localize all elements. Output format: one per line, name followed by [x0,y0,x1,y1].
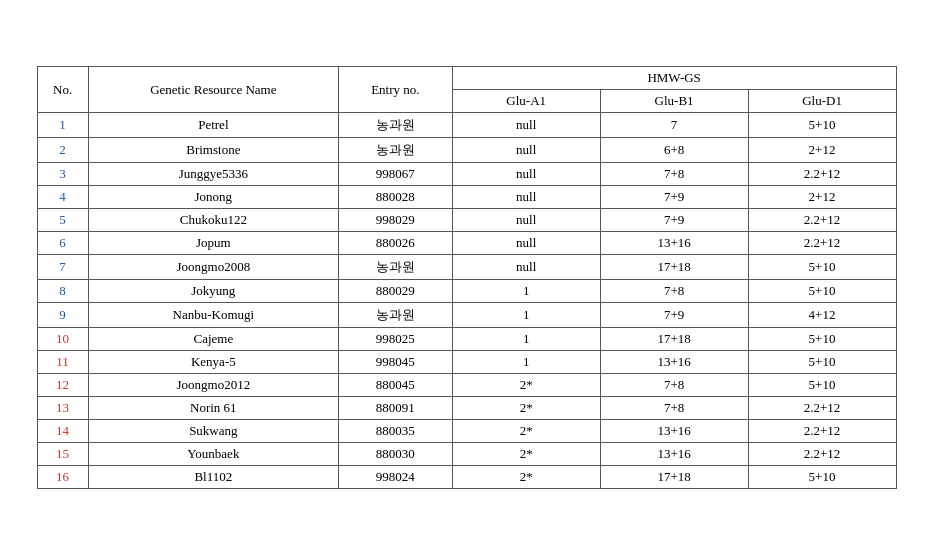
cell-gluB1: 7+8 [600,397,748,420]
col-header-hmwgs: HMW-GS [452,67,896,90]
cell-gluB1: 17+18 [600,328,748,351]
cell-gluD1: 5+10 [748,280,896,303]
cell-gluB1: 7+8 [600,163,748,186]
data-table: No. Genetic Resource Name Entry no. HMW-… [37,66,897,489]
cell-name: Cajeme [88,328,338,351]
cell-entry: 농과원 [338,138,452,163]
cell-gluB1: 13+16 [600,232,748,255]
cell-gluA1: null [452,163,600,186]
cell-entry: 880028 [338,186,452,209]
table-row: 12Joongmo20128800452*7+85+10 [37,374,896,397]
col-header-gluB1: Glu-B1 [600,90,748,113]
cell-name: Sukwang [88,420,338,443]
table-row: 3Junggye5336998067null7+82.2+12 [37,163,896,186]
cell-entry: 농과원 [338,303,452,328]
cell-entry: 998067 [338,163,452,186]
cell-name: Joongmo2012 [88,374,338,397]
cell-gluA1: 1 [452,303,600,328]
cell-entry: 998024 [338,466,452,489]
cell-gluB1: 7 [600,113,748,138]
cell-no: 13 [37,397,88,420]
cell-gluD1: 5+10 [748,113,896,138]
cell-gluA1: 1 [452,328,600,351]
cell-gluD1: 4+12 [748,303,896,328]
cell-gluB1: 17+18 [600,466,748,489]
cell-gluD1: 2.2+12 [748,420,896,443]
cell-gluD1: 2+12 [748,138,896,163]
cell-gluD1: 2+12 [748,186,896,209]
cell-gluA1: 2* [452,397,600,420]
cell-name: Chukoku122 [88,209,338,232]
cell-name: Kenya-5 [88,351,338,374]
cell-gluB1: 13+16 [600,420,748,443]
cell-gluA1: null [452,186,600,209]
cell-no: 6 [37,232,88,255]
cell-name: Brimstone [88,138,338,163]
cell-gluB1: 13+16 [600,351,748,374]
cell-name: Bl1102 [88,466,338,489]
cell-entry: 880091 [338,397,452,420]
cell-no: 16 [37,466,88,489]
cell-gluB1: 7+9 [600,209,748,232]
table-row: 7Joongmo2008농과원null17+185+10 [37,255,896,280]
table-row: 4Jonong880028null7+92+12 [37,186,896,209]
cell-gluA1: 2* [452,443,600,466]
cell-gluA1: 2* [452,420,600,443]
cell-gluA1: 1 [452,351,600,374]
cell-gluA1: 2* [452,466,600,489]
table-row: 2Brimstone농과원null6+82+12 [37,138,896,163]
cell-entry: 880026 [338,232,452,255]
cell-gluD1: 5+10 [748,255,896,280]
cell-gluB1: 13+16 [600,443,748,466]
table-row: 16Bl11029980242*17+185+10 [37,466,896,489]
cell-name: Joongmo2008 [88,255,338,280]
col-header-gluD1: Glu-D1 [748,90,896,113]
cell-entry: 998029 [338,209,452,232]
cell-no: 8 [37,280,88,303]
cell-name: Younbaek [88,443,338,466]
cell-gluA1: 2* [452,374,600,397]
cell-gluB1: 6+8 [600,138,748,163]
cell-gluB1: 7+8 [600,374,748,397]
cell-no: 5 [37,209,88,232]
cell-name: Junggye5336 [88,163,338,186]
cell-entry: 880029 [338,280,452,303]
cell-no: 11 [37,351,88,374]
cell-no: 2 [37,138,88,163]
cell-entry: 998025 [338,328,452,351]
cell-entry: 880045 [338,374,452,397]
table-row: 6Jopum880026null13+162.2+12 [37,232,896,255]
cell-no: 9 [37,303,88,328]
cell-gluA1: 1 [452,280,600,303]
cell-gluD1: 2.2+12 [748,397,896,420]
cell-name: Norin 61 [88,397,338,420]
cell-gluB1: 7+9 [600,303,748,328]
table-row: 13Norin 618800912*7+82.2+12 [37,397,896,420]
cell-entry: 998045 [338,351,452,374]
cell-entry: 880030 [338,443,452,466]
cell-name: Nanbu-Komugi [88,303,338,328]
cell-gluD1: 2.2+12 [748,443,896,466]
col-header-name: Genetic Resource Name [88,67,338,113]
cell-gluD1: 5+10 [748,374,896,397]
cell-no: 12 [37,374,88,397]
cell-no: 4 [37,186,88,209]
cell-gluD1: 2.2+12 [748,209,896,232]
table-row: 8Jokyung88002917+85+10 [37,280,896,303]
cell-no: 10 [37,328,88,351]
cell-name: Jopum [88,232,338,255]
cell-gluA1: null [452,209,600,232]
table-row: 9Nanbu-Komugi농과원17+94+12 [37,303,896,328]
cell-no: 14 [37,420,88,443]
col-header-gluA1: Glu-A1 [452,90,600,113]
col-header-entry: Entry no. [338,67,452,113]
cell-name: Jonong [88,186,338,209]
cell-entry: 농과원 [338,255,452,280]
cell-gluA1: null [452,255,600,280]
cell-gluA1: null [452,232,600,255]
cell-name: Petrel [88,113,338,138]
table-row: 15Younbaek8800302*13+162.2+12 [37,443,896,466]
cell-gluB1: 7+9 [600,186,748,209]
cell-entry: 880035 [338,420,452,443]
cell-entry: 농과원 [338,113,452,138]
